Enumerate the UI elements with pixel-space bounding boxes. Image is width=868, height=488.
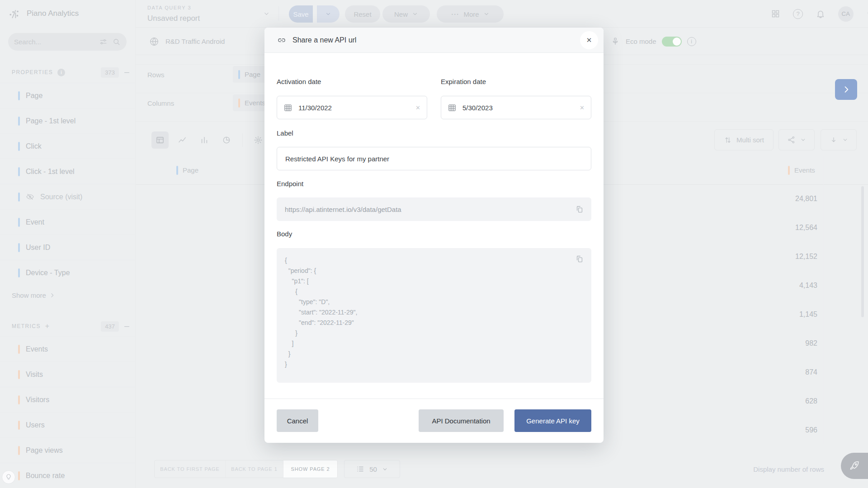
table-view-button[interactable] [151, 131, 169, 149]
close-icon[interactable]: ✕ [580, 31, 598, 49]
help-icon[interactable]: ? [793, 9, 803, 19]
property-accent-bar [18, 91, 20, 100]
body-label: Body [277, 230, 292, 238]
line-chart-view-button[interactable] [174, 131, 191, 149]
tips-lightbulb-button[interactable] [2, 470, 15, 484]
add-metric-icon[interactable]: + [45, 322, 49, 330]
metric-accent-bar [18, 345, 20, 354]
back-to-page-1-button[interactable]: BACK TO PAGE 1 [225, 460, 283, 478]
sidebar-item-click-1st-level[interactable]: Click - 1st level [0, 159, 136, 184]
sidebar-item-visits[interactable]: Visits [0, 361, 136, 387]
eco-plant-icon [610, 37, 620, 47]
save-button[interactable]: Save [289, 5, 313, 23]
sort-arrows-icon [724, 136, 732, 144]
modal-title: Share a new API url [292, 36, 356, 44]
sidebar-item-user-id[interactable]: User ID [0, 235, 136, 260]
sidebar-item-users[interactable]: Users [0, 412, 136, 437]
show-page-2-button[interactable]: SHOW PAGE 2 [283, 460, 337, 478]
share-button[interactable] [778, 129, 815, 150]
property-accent-bar [18, 192, 20, 202]
sidebar-item-events[interactable]: Events [0, 336, 136, 361]
metric-accent-bar [18, 471, 20, 480]
pagination: BACK TO FIRST PAGE BACK TO PAGE 1 SHOW P… [154, 460, 338, 478]
piano-analytics-app: Piano Analytics Search... PROPERTIES i 3… [0, 0, 868, 488]
chevron-down-icon[interactable] [263, 10, 270, 17]
sidebar-item-page-1st-level[interactable]: Page - 1st level [0, 108, 136, 133]
eco-mode-toggle[interactable] [662, 37, 682, 47]
info-icon[interactable]: i [57, 69, 65, 76]
api-documentation-button[interactable]: API Documentation [419, 409, 504, 432]
divider [278, 6, 279, 21]
avatar[interactable]: CA [838, 6, 854, 22]
filter-sliders-icon[interactable] [99, 38, 108, 46]
sidebar-item-visitors[interactable]: Visitors [0, 387, 136, 412]
more-button[interactable]: ⋯ More [437, 5, 504, 23]
brand[interactable]: Piano Analytics [8, 7, 79, 20]
globe-icon [149, 37, 159, 47]
column-header-page[interactable]: Page [176, 156, 198, 184]
share-icon [787, 136, 796, 144]
cancel-button[interactable]: Cancel [277, 409, 318, 432]
info-icon[interactable]: i [687, 37, 696, 46]
rocket-fab-button[interactable] [841, 453, 868, 479]
metric-accent-bar [18, 421, 20, 430]
sidebar-item-bounce-rate[interactable]: Bounce rate [0, 463, 136, 488]
apps-grid-icon[interactable] [771, 9, 780, 19]
sidebar-item-device-type[interactable]: Device - Type [0, 260, 136, 285]
copy-icon[interactable] [575, 254, 584, 263]
site-selector[interactable]: R&D Traffic Android [149, 28, 225, 55]
collapse-minus-icon[interactable] [123, 323, 130, 330]
sidebar-item-click[interactable]: Click [0, 133, 136, 159]
expiration-date-field[interactable]: 5/30/2023 ✕ [441, 96, 591, 119]
sidebar-item-page[interactable]: Page [0, 83, 136, 108]
query-name: DATA QUERY 3 [147, 5, 191, 10]
row-events: 1,145 [799, 300, 817, 329]
sidebar-item-source-visit[interactable]: Source (visit) [0, 184, 136, 209]
divider [242, 133, 243, 147]
activation-date-field[interactable]: 11/30/2022 ✕ [277, 96, 427, 119]
back-to-first-page-button[interactable]: BACK TO FIRST PAGE [155, 460, 225, 478]
columns-label: Columns [147, 99, 174, 107]
property-accent-bar [18, 142, 20, 151]
reset-button[interactable]: Reset [345, 5, 380, 23]
metrics-count-badge: 437 [101, 321, 119, 332]
download-button[interactable] [821, 129, 857, 150]
collapse-minus-icon[interactable] [123, 69, 130, 76]
show-more-link[interactable]: Show more [12, 289, 55, 301]
multi-sort-button[interactable]: Multi sort [714, 129, 774, 150]
endpoint-label: Endpoint [277, 180, 303, 188]
search-icon[interactable] [112, 38, 121, 46]
label-input[interactable] [277, 147, 591, 170]
rows-per-page-select[interactable]: 50 [344, 460, 400, 478]
pie-chart-view-button[interactable] [218, 131, 235, 149]
search-input[interactable]: Search... [8, 33, 127, 51]
chevron-down-icon [483, 11, 490, 17]
bar-chart-view-button[interactable] [196, 131, 213, 149]
body-json: { "period": { "p1": [ { "type": "D", "st… [277, 248, 591, 377]
account-chevron-down-icon[interactable] [866, 10, 868, 17]
clear-icon[interactable]: ✕ [580, 104, 585, 111]
column-header-events[interactable]: Events [788, 156, 815, 184]
chevron-right-icon [842, 85, 851, 94]
eco-mode-label: Eco mode [626, 38, 656, 45]
generate-api-key-button[interactable]: Generate API key [514, 409, 591, 432]
notifications-bell-icon[interactable] [816, 9, 826, 19]
copy-icon[interactable] [575, 205, 584, 214]
endpoint-value: https://api.atinternet.io/v3/data/getDat… [285, 206, 401, 213]
chevron-right-icon [49, 292, 55, 298]
sidebar-item-event[interactable]: Event [0, 209, 136, 235]
clear-icon[interactable]: ✕ [415, 104, 420, 111]
property-accent-bar [18, 167, 20, 176]
report-status: Unsaved report [147, 14, 200, 23]
chevron-down-icon [842, 137, 848, 143]
property-accent-bar [176, 166, 178, 175]
sidebar-item-page-views[interactable]: Page views [0, 437, 136, 463]
properties-count-badge: 373 [101, 67, 119, 78]
save-options-chevron-icon[interactable] [317, 5, 340, 23]
new-button[interactable]: New [382, 5, 430, 23]
table-scrollbar[interactable] [861, 186, 864, 317]
row-events: 982 [805, 329, 817, 358]
row-events: 4,143 [799, 271, 817, 300]
brand-name: Piano Analytics [27, 9, 79, 18]
run-query-button[interactable] [835, 79, 857, 100]
